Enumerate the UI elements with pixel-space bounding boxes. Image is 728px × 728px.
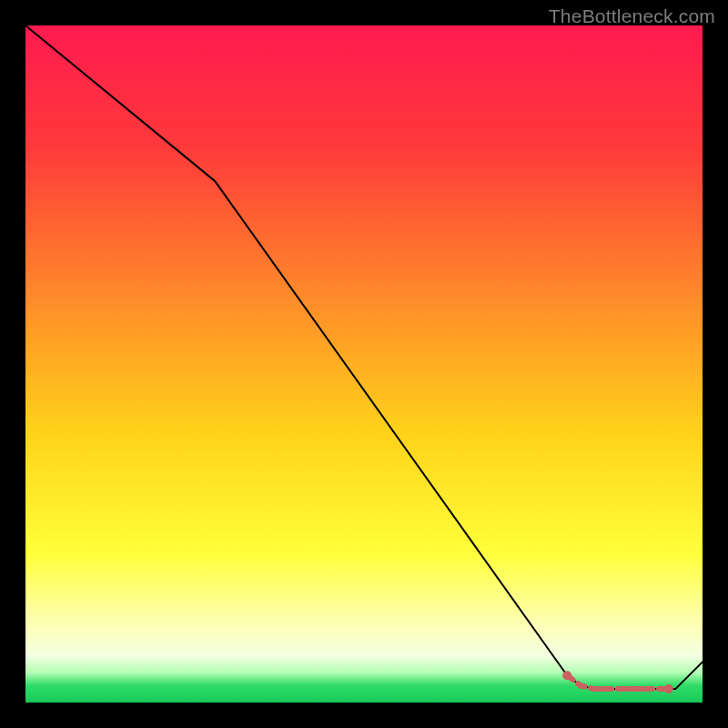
highlight-marker	[664, 684, 673, 693]
highlight-marker	[645, 686, 651, 692]
highlight-marker	[659, 686, 664, 692]
highlight-marker	[562, 671, 571, 680]
chart-svg	[25, 25, 703, 703]
highlight-marker	[625, 686, 631, 692]
highlight-marker	[592, 686, 597, 692]
watermark-text: TheBottleneck.com	[549, 5, 715, 27]
chart-stage: TheBottleneck.com	[0, 0, 728, 728]
highlight-marker	[598, 686, 603, 692]
highlight-marker	[639, 686, 644, 692]
highlight-marker	[578, 682, 583, 688]
highlight-marker	[605, 686, 611, 692]
highlight-marker	[632, 686, 637, 692]
highlight-marker	[619, 686, 624, 692]
gradient-background	[25, 25, 703, 703]
plot-area	[25, 25, 703, 703]
